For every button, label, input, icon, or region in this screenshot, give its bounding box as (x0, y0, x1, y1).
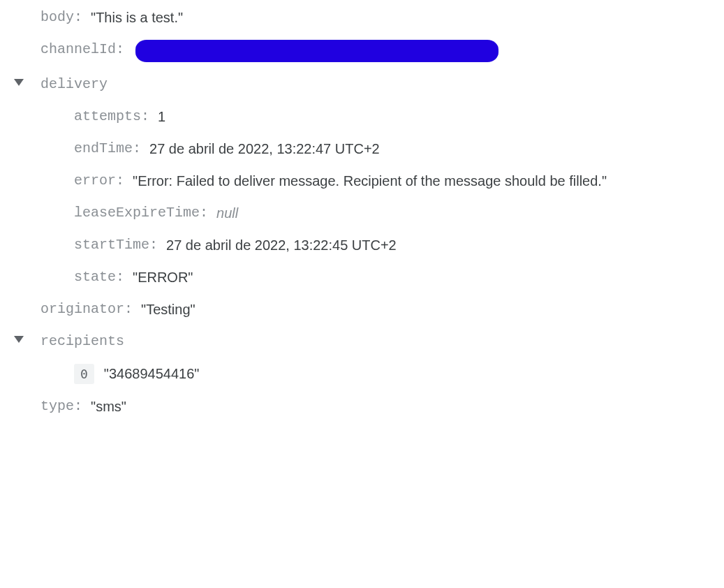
field-leaseExpireTime: leaseExpireTime: null (34, 197, 724, 229)
key-state: state: (74, 267, 124, 287)
value-type: "sms" (91, 397, 126, 416)
value-body: "This is a test." (91, 8, 183, 27)
value-originator: "Testing" (141, 300, 195, 319)
key-error: error: (74, 171, 124, 191)
field-originator: originator: "Testing" (0, 293, 724, 325)
field-state: state: "ERROR" (34, 261, 724, 293)
value-attempts: 1 (158, 107, 165, 126)
value-startTime: 27 de abril de 2022, 13:22:45 UTC+2 (166, 235, 397, 255)
array-index-badge: 0 (74, 364, 94, 384)
field-body: body: "This is a test." (0, 1, 724, 34)
field-channelId: channelId: (0, 34, 724, 68)
key-endTime: endTime: (74, 139, 141, 159)
value-channelId-redacted (133, 40, 498, 62)
value-endTime: 27 de abril de 2022, 13:22:47 UTC+2 (149, 139, 380, 159)
field-startTime: startTime: 27 de abril de 2022, 13:22:45… (34, 229, 724, 261)
value-error: "Error: Failed to deliver message. Recip… (133, 171, 607, 191)
field-delivery[interactable]: delivery (0, 68, 724, 101)
key-startTime: startTime: (74, 235, 158, 255)
key-body: body: (40, 8, 82, 27)
expand-toggle-icon[interactable] (14, 336, 24, 343)
expand-toggle-icon[interactable] (14, 79, 24, 86)
value-leaseExpireTime: null (216, 203, 238, 223)
key-originator: originator: (40, 300, 133, 319)
key-delivery: delivery (40, 75, 108, 94)
field-error: error: "Error: Failed to deliver message… (34, 165, 724, 197)
key-leaseExpireTime: leaseExpireTime: (74, 203, 208, 223)
value-state: "ERROR" (133, 267, 193, 287)
value-recipients-0: "34689454416" (104, 364, 200, 383)
key-type: type: (40, 397, 82, 416)
key-channelId: channelId: (40, 40, 124, 59)
field-recipients[interactable]: recipients (0, 325, 724, 358)
recipients-item-0: 0 "34689454416" (34, 358, 724, 390)
key-recipients: recipients (40, 332, 124, 351)
field-endTime: endTime: 27 de abril de 2022, 13:22:47 U… (34, 133, 724, 165)
redaction-mark (135, 40, 498, 62)
key-attempts: attempts: (74, 107, 149, 126)
field-attempts: attempts: 1 (34, 101, 724, 133)
field-type: type: "sms" (0, 390, 724, 422)
